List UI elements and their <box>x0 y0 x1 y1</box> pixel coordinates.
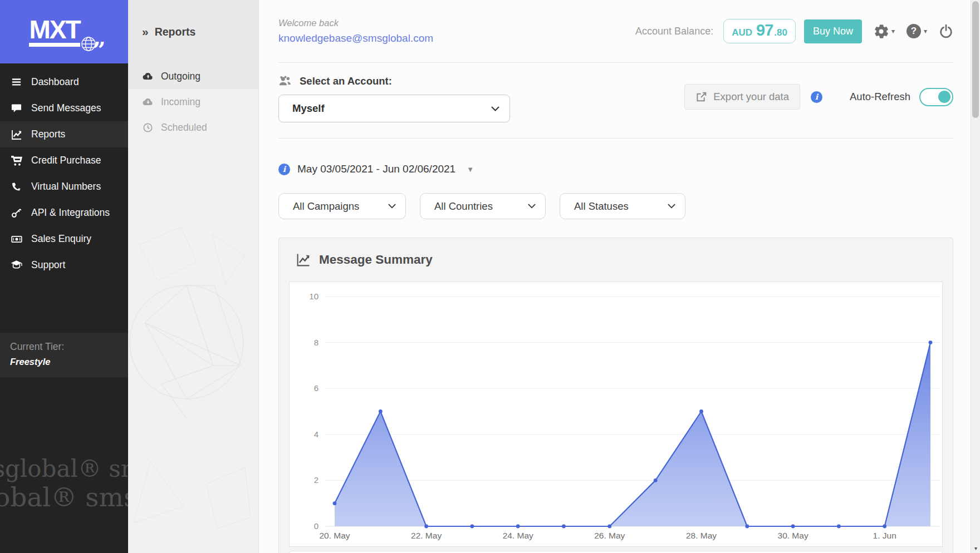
graduation-cap-icon <box>10 259 23 271</box>
svg-text:6: 6 <box>314 383 318 393</box>
sidebar-item-sales-enquiry[interactable]: Sales Enquiry <box>0 226 128 252</box>
svg-text:2: 2 <box>314 475 318 485</box>
watermark-line: smsglobal® smsglobal® smsglobal® smsglob… <box>0 455 128 482</box>
statuses-filter-select[interactable]: All Statuses <box>560 193 685 219</box>
svg-text:4: 4 <box>314 429 318 439</box>
svg-text:0: 0 <box>314 521 318 531</box>
balance-label: Account Balance: <box>635 26 713 37</box>
chart-line-icon <box>10 129 23 140</box>
help-menu-button[interactable]: ? ▾ <box>906 24 927 38</box>
export-data-button[interactable]: Export your data <box>684 84 800 110</box>
sidebar-item-label: Credit Purchase <box>31 155 101 166</box>
account-balance: AUD 97 .80 <box>723 19 796 43</box>
shopping-cart-icon <box>10 155 23 166</box>
scrollbar-down-arrow[interactable]: ▾ <box>971 544 980 552</box>
header-actions: Account Balance: AUD 97 .80 Buy Now ▾ ? … <box>635 19 953 43</box>
caret-down-icon: ▼ <box>467 165 474 174</box>
balance-cents: .80 <box>774 27 787 38</box>
main-header: Welcome back knowledgebase@smsglobal.com… <box>278 0 953 63</box>
scrollbar-thumb[interactable] <box>972 1 979 118</box>
countries-filter-value: All Countries <box>434 200 493 213</box>
double-chevron-icon: » <box>142 25 149 38</box>
sidebar-item-dashboard[interactable]: Dashboard <box>0 69 128 95</box>
account-select[interactable]: Myself <box>278 95 510 122</box>
money-bill-icon <box>10 234 23 245</box>
svg-text:26. May: 26. May <box>594 531 625 540</box>
date-range-text: May 03/05/2021 - Jun 02/06/2021 <box>297 163 455 175</box>
subnav-title: Reports <box>155 26 196 38</box>
caret-down-icon: ▾ <box>891 27 895 35</box>
area-chart: 024681020. May22. May24. May26. May28. M… <box>290 282 942 547</box>
message-summary-card: Message Summary 024681020. May22. May24.… <box>278 238 953 553</box>
subnav-item-outgoing[interactable]: Outgoing <box>128 63 258 89</box>
account-row-actions: Export your data i Auto-Refresh <box>684 84 953 110</box>
clock-icon <box>142 122 154 133</box>
subnav-item-incoming[interactable]: Incoming <box>128 89 258 115</box>
brand-logo[interactable]: MXT ” <box>0 0 128 63</box>
sidebar-item-label: Dashboard <box>31 76 79 88</box>
key-icon <box>10 208 23 218</box>
svg-text:10: 10 <box>309 292 318 301</box>
sidebar-item-virtual-numbers[interactable]: Virtual Numbers <box>0 174 128 200</box>
chevron-down-icon <box>491 106 499 111</box>
main-content: Welcome back knowledgebase@smsglobal.com… <box>259 0 980 553</box>
chat-bubble-icon <box>10 103 23 113</box>
power-icon <box>939 24 953 38</box>
sidebar-item-label: Sales Enquiry <box>31 233 91 245</box>
chart-line-icon <box>296 253 311 267</box>
welcome-block: Welcome back knowledgebase@smsglobal.com <box>278 18 433 45</box>
date-range-picker[interactable]: i May 03/05/2021 - Jun 02/06/2021 ▼ <box>278 163 474 175</box>
caret-down-icon: ▾ <box>924 27 927 35</box>
countries-filter-select[interactable]: All Countries <box>420 193 546 219</box>
cloud-upload-icon <box>142 71 154 82</box>
sidebar-item-support[interactable]: Support <box>0 252 128 278</box>
subnav-item-label: Scheduled <box>161 122 207 134</box>
app-root: MXT ” Dashboard Send Messages <box>0 0 980 553</box>
subnav-item-scheduled[interactable]: Scheduled <box>128 115 258 140</box>
info-icon[interactable]: i <box>811 91 822 103</box>
logo-text: MXT <box>29 17 80 47</box>
sidebar: MXT ” Dashboard Send Messages <box>0 0 128 553</box>
balance-amount: 97 <box>756 21 773 40</box>
question-icon: ? <box>906 24 921 38</box>
watermark-line: smsglobal® smsglobal® smsglobal® smsglob… <box>0 482 128 512</box>
account-row: Select an Account: Myself Export your da… <box>278 63 953 139</box>
decorative-mesh-pattern <box>128 223 259 553</box>
export-icon <box>695 91 707 103</box>
campaigns-filter-select[interactable]: All Campaigns <box>278 193 406 219</box>
message-summary-header: Message Summary <box>289 238 943 282</box>
smsglobal-watermark: smsglobal® smsglobal® smsglobal® smsglob… <box>0 377 128 553</box>
sidebar-item-label: Support <box>31 259 65 271</box>
sidebar-item-label: Send Messages <box>31 102 101 114</box>
tier-label: Current Tier: <box>10 341 118 353</box>
info-icon[interactable]: i <box>278 164 290 175</box>
settings-menu-button[interactable]: ▾ <box>874 24 895 39</box>
vertical-scrollbar[interactable]: ▾ <box>971 0 980 553</box>
quote-marks-icon: ” <box>93 39 106 61</box>
hamburger-icon <box>10 77 23 87</box>
sidebar-nav: Dashboard Send Messages Reports Credit P… <box>0 63 128 278</box>
chevron-down-icon <box>388 204 396 209</box>
account-email-link[interactable]: knowledgebase@smsglobal.com <box>278 32 433 45</box>
welcome-text: Welcome back <box>278 18 433 28</box>
sidebar-item-api-integrations[interactable]: API & Integrations <box>0 200 128 226</box>
sidebar-item-reports[interactable]: Reports <box>0 121 128 147</box>
filters-row: All Campaigns All Countries All Statuses <box>278 193 953 219</box>
svg-text:8: 8 <box>314 338 318 347</box>
message-summary-chart: 024681020. May22. May24. May26. May28. M… <box>289 282 943 547</box>
account-select-group: Select an Account: Myself <box>278 75 510 122</box>
current-tier-box: Current Tier: Freestyle <box>0 333 128 377</box>
sidebar-item-label: Virtual Numbers <box>31 181 101 192</box>
subnav-header: » Reports <box>128 0 258 63</box>
auto-refresh-toggle[interactable] <box>919 88 953 106</box>
svg-text:30. May: 30. May <box>778 531 808 540</box>
buy-now-button[interactable]: Buy Now <box>804 19 862 43</box>
sidebar-item-credit-purchase[interactable]: Credit Purchase <box>0 147 128 174</box>
sidebar-item-send-messages[interactable]: Send Messages <box>0 95 128 121</box>
svg-text:22. May: 22. May <box>411 531 442 540</box>
logo-wrap: MXT ” <box>29 17 80 47</box>
logout-button[interactable] <box>939 24 953 38</box>
subnav-item-label: Outgoing <box>161 71 200 82</box>
balance-currency: AUD <box>732 27 752 38</box>
statuses-filter-value: All Statuses <box>574 200 629 213</box>
